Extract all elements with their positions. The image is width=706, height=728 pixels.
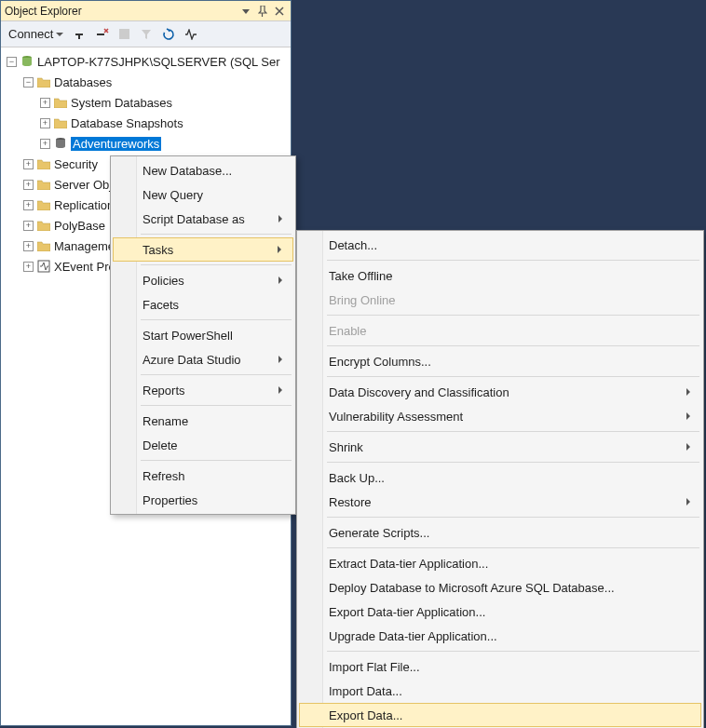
tasks-item-shrink[interactable]: Shrink [299, 435, 701, 459]
connect-button[interactable]: Connect [5, 24, 66, 45]
panel-title: Object Explorer [5, 5, 237, 18]
menu-item-policies[interactable]: Policies [113, 268, 293, 292]
folder-icon [36, 177, 51, 192]
tasks-item-restore[interactable]: Restore [299, 490, 701, 514]
tasks-item-bring-online: Bring Online [299, 288, 701, 312]
folder-icon [36, 156, 51, 171]
tasks-item-generate-scripts[interactable]: Generate Scripts... [299, 520, 701, 545]
menu-separator [327, 260, 699, 261]
disconnect-icon[interactable] [70, 24, 88, 45]
folder-icon [36, 74, 51, 89]
tasks-item-encrypt-columns[interactable]: Encrypt Columns... [299, 349, 701, 373]
tasks-item-data-discovery-and-classification[interactable]: Data Discovery and Classification [299, 380, 701, 404]
expand-icon[interactable]: + [23, 221, 34, 231]
expand-icon[interactable]: + [23, 159, 34, 169]
menu-item-new-query[interactable]: New Query [113, 182, 293, 207]
tasks-item-import-flat-file[interactable]: Import Flat File... [299, 654, 701, 679]
xevent-icon [36, 259, 51, 274]
expand-icon[interactable]: + [23, 262, 34, 272]
menu-separator [141, 319, 292, 320]
folder-icon [53, 115, 68, 130]
filter-icon [137, 24, 156, 45]
tasks-item-extract-data-tier-application[interactable]: Extract Data-tier Application... [299, 551, 701, 575]
tasks-item-export-data-tier-application[interactable]: Export Data-tier Application... [299, 600, 701, 624]
tree-node-system-databases[interactable]: + System Databases [1, 92, 291, 113]
tasks-item-deploy-database-to-microsoft-azure-sql-database[interactable]: Deploy Database to Microsoft Azure SQL D… [299, 575, 701, 600]
menu-separator [327, 315, 699, 316]
menu-item-reports[interactable]: Reports [113, 378, 293, 402]
tasks-item-back-up[interactable]: Back Up... [299, 465, 701, 490]
folder-icon [53, 95, 68, 110]
menu-separator [327, 651, 699, 652]
server-icon [20, 54, 34, 69]
expand-icon[interactable]: + [23, 180, 34, 190]
menu-separator [327, 345, 699, 346]
panel-header: Object Explorer [1, 1, 291, 21]
menu-item-properties[interactable]: Properties [113, 488, 293, 512]
tasks-item-take-offline[interactable]: Take Offline [299, 263, 701, 288]
menu-separator [141, 264, 292, 265]
activity-icon[interactable] [182, 24, 200, 45]
menu-separator [141, 234, 292, 235]
expand-icon[interactable]: + [40, 118, 50, 128]
collapse-icon[interactable]: − [7, 57, 17, 67]
menu-item-delete[interactable]: Delete [113, 433, 293, 457]
tasks-item-export-data[interactable]: Export Data... [299, 703, 701, 727]
menu-item-script-database-as[interactable]: Script Database as [113, 207, 293, 231]
menu-item-new-database[interactable]: New Database... [113, 158, 293, 182]
tree-node-server[interactable]: − LAPTOP-K77SJHPK\SQLSERVER (SQL Ser [1, 51, 291, 72]
tasks-item-import-data[interactable]: Import Data... [299, 679, 701, 703]
menu-item-refresh[interactable]: Refresh [113, 464, 293, 488]
tree-node-snapshots[interactable]: + Database Snapshots [1, 113, 291, 133]
menu-separator [327, 517, 699, 518]
tasks-item-upgrade-data-tier-application[interactable]: Upgrade Data-tier Application... [299, 624, 701, 648]
stop-icon [115, 24, 133, 45]
expand-icon[interactable]: + [40, 139, 50, 149]
menu-separator [327, 547, 699, 548]
menu-item-rename[interactable]: Rename [113, 409, 293, 433]
menu-separator [141, 405, 292, 406]
toolbar: Connect [1, 21, 291, 47]
svg-rect-0 [119, 29, 129, 39]
expand-icon[interactable]: + [23, 241, 34, 251]
tree-node-databases[interactable]: − Databases [1, 72, 291, 92]
context-menu-tasks: Detach...Take OfflineBring OnlineEnableE… [296, 230, 704, 728]
folder-icon [36, 218, 51, 233]
tree-node-adventureworks[interactable]: + Adventureworks [1, 133, 291, 154]
menu-separator [327, 462, 699, 463]
menu-separator [141, 460, 292, 461]
database-icon [53, 136, 68, 151]
refresh-icon[interactable] [159, 24, 178, 45]
collapse-icon[interactable]: − [23, 77, 34, 88]
disconnect-all-icon[interactable] [92, 24, 111, 45]
pin-icon[interactable] [255, 4, 270, 19]
menu-item-facets[interactable]: Facets [113, 292, 293, 317]
folder-icon [36, 238, 51, 253]
expand-icon[interactable]: + [23, 200, 34, 210]
tasks-item-enable: Enable [299, 318, 701, 343]
context-menu-database: New Database...New QueryScript Database … [110, 155, 296, 515]
dropdown-icon[interactable] [238, 4, 253, 19]
tasks-item-vulnerability-assessment[interactable]: Vulnerability Assessment [299, 404, 701, 428]
tasks-item-detach[interactable]: Detach... [299, 233, 701, 257]
menu-separator [327, 376, 699, 377]
menu-item-tasks[interactable]: Tasks [113, 237, 293, 262]
menu-separator [141, 374, 292, 375]
menu-separator [327, 431, 699, 432]
menu-item-start-powershell[interactable]: Start PowerShell [113, 323, 293, 347]
folder-icon [36, 197, 51, 212]
expand-icon[interactable]: + [40, 98, 50, 108]
menu-item-azure-data-studio[interactable]: Azure Data Studio [113, 347, 293, 371]
close-icon[interactable] [272, 4, 287, 19]
